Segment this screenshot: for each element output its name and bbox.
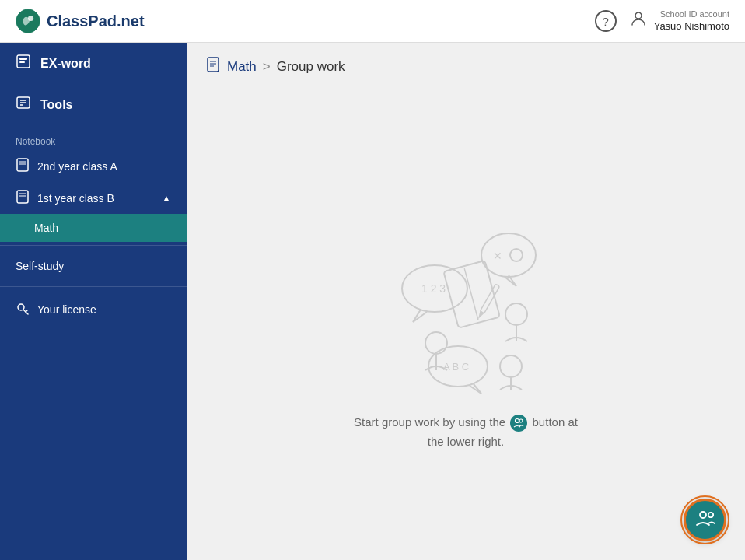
empty-text-line3: the lower right. <box>428 435 504 448</box>
math-label: Math <box>34 222 58 234</box>
svg-rect-28 <box>480 284 499 313</box>
1st-year-label: 1st year class B <box>37 192 114 205</box>
svg-point-2 <box>635 12 642 19</box>
sidebar-item-2nd-year[interactable]: 2nd year class A <box>0 150 187 182</box>
sidebar-item-1st-year[interactable]: 1st year class B ▲ <box>0 182 187 214</box>
svg-point-39 <box>519 419 523 422</box>
svg-point-25 <box>510 249 523 261</box>
svg-point-40 <box>700 512 706 518</box>
empty-state-text: Start group work by using the button at … <box>354 412 578 452</box>
key-icon <box>16 301 30 317</box>
logo: ClassPad.net <box>16 9 145 33</box>
sidebar-divider-2 <box>0 286 187 287</box>
2nd-year-label: 2nd year class A <box>37 160 117 173</box>
self-study-label: Self-study <box>16 260 64 272</box>
group-work-inline-icon <box>510 415 527 432</box>
user-name: Yasuo Nishimoto <box>654 20 729 33</box>
svg-text:1 2 3: 1 2 3 <box>421 282 446 295</box>
breadcrumb-current: Group work <box>277 59 345 75</box>
chevron-up-icon: ▲ <box>162 193 171 204</box>
exword-label: EX-word <box>40 57 91 71</box>
svg-point-41 <box>708 512 712 516</box>
breadcrumb: Math > Group work <box>187 43 745 90</box>
notebook-icon-1st <box>16 190 30 206</box>
fab-container <box>684 499 726 541</box>
fab-group-icon <box>695 508 715 533</box>
sidebar-item-tools[interactable]: Tools <box>0 84 187 125</box>
notebook-icon-2nd <box>16 158 30 174</box>
svg-point-32 <box>505 303 527 325</box>
header: ClassPad.net ? School ID account Yasuo N… <box>0 0 745 43</box>
svg-rect-17 <box>208 58 219 72</box>
empty-text-line1: Start group work by using the <box>354 415 505 429</box>
sidebar-sub-item-math[interactable]: Math <box>0 214 187 242</box>
empty-state: 1 2 3 ✕ <box>187 90 745 560</box>
group-work-illustration: 1 2 3 ✕ <box>372 199 559 394</box>
sidebar-item-exword[interactable]: EX-word <box>0 43 187 84</box>
svg-rect-13 <box>17 191 28 203</box>
svg-point-38 <box>516 418 519 422</box>
svg-point-34 <box>500 355 522 377</box>
svg-point-30 <box>425 332 447 354</box>
breadcrumb-parent-link[interactable]: Math <box>227 59 257 75</box>
header-right: ? School ID account Yasuo Nishimoto <box>595 9 729 33</box>
sidebar: EX-word Tools Notebook 2nd year class A <box>0 43 187 560</box>
user-account-type: School ID account <box>654 9 729 19</box>
layout: EX-word Tools Notebook 2nd year class A <box>0 43 745 560</box>
svg-point-23 <box>481 233 536 277</box>
sidebar-item-self-study[interactable]: Self-study <box>0 249 187 283</box>
help-icon: ? <box>603 15 609 28</box>
main-content: Math > Group work 1 2 3 ✕ <box>187 43 745 560</box>
tools-icon <box>16 95 31 114</box>
your-license-label: Your license <box>37 303 96 316</box>
sidebar-item-your-license[interactable]: Your license <box>0 290 187 328</box>
help-button[interactable]: ? <box>595 10 617 32</box>
empty-text-line2: button at <box>533 415 578 429</box>
breadcrumb-notebook-icon <box>205 57 221 76</box>
classpad-logo-icon <box>16 9 40 33</box>
notebook-section-label: Notebook <box>0 125 187 150</box>
start-group-work-button[interactable] <box>684 499 726 541</box>
sidebar-divider <box>0 245 187 246</box>
svg-rect-10 <box>17 159 28 171</box>
user-info: School ID account Yasuo Nishimoto <box>629 9 729 33</box>
svg-text:✕: ✕ <box>493 250 502 262</box>
svg-rect-4 <box>19 58 27 60</box>
exword-icon <box>16 54 31 73</box>
tools-label: Tools <box>40 98 72 112</box>
svg-rect-5 <box>19 61 25 63</box>
logo-text: ClassPad.net <box>47 12 145 30</box>
svg-text:A B C: A B C <box>443 361 469 373</box>
svg-point-1 <box>28 16 33 21</box>
user-text: School ID account Yasuo Nishimoto <box>654 9 729 33</box>
user-avatar-icon <box>629 9 648 33</box>
breadcrumb-separator: > <box>263 59 271 75</box>
